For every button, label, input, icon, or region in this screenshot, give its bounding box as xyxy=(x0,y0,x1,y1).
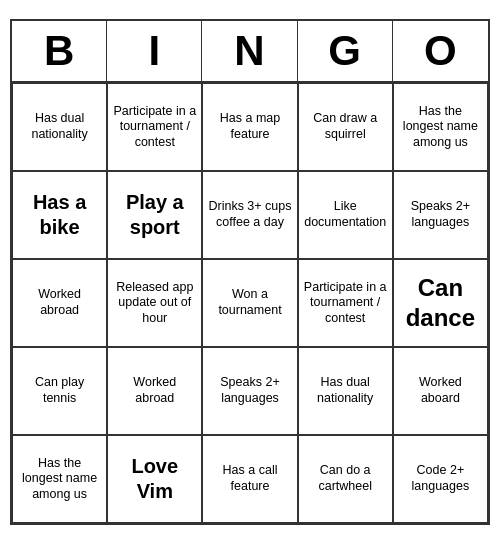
bingo-card: BINGO Has dual nationalityParticipate in… xyxy=(10,19,490,525)
bingo-cell-21[interactable]: Love Vim xyxy=(107,435,202,523)
bingo-cell-3[interactable]: Can draw a squirrel xyxy=(298,83,393,171)
bingo-cell-2[interactable]: Has a map feature xyxy=(202,83,297,171)
bingo-cell-8[interactable]: Like documentation xyxy=(298,171,393,259)
bingo-cell-4[interactable]: Has the longest name among us xyxy=(393,83,488,171)
bingo-letter-b: B xyxy=(12,21,107,81)
bingo-letter-n: N xyxy=(202,21,297,81)
bingo-cell-12[interactable]: Won a tournament xyxy=(202,259,297,347)
bingo-cell-5[interactable]: Has a bike xyxy=(12,171,107,259)
bingo-cell-22[interactable]: Has a call feature xyxy=(202,435,297,523)
bingo-cell-0[interactable]: Has dual nationality xyxy=(12,83,107,171)
bingo-cell-23[interactable]: Can do a cartwheel xyxy=(298,435,393,523)
bingo-cell-11[interactable]: Released app update out of hour xyxy=(107,259,202,347)
bingo-cell-16[interactable]: Worked abroad xyxy=(107,347,202,435)
bingo-cell-9[interactable]: Speaks 2+ languages xyxy=(393,171,488,259)
bingo-cell-1[interactable]: Participate in a tournament / contest xyxy=(107,83,202,171)
bingo-cell-15[interactable]: Can play tennis xyxy=(12,347,107,435)
bingo-letter-o: O xyxy=(393,21,488,81)
bingo-letter-i: I xyxy=(107,21,202,81)
bingo-header: BINGO xyxy=(12,21,488,83)
bingo-cell-6[interactable]: Play a sport xyxy=(107,171,202,259)
bingo-cell-17[interactable]: Speaks 2+ languages xyxy=(202,347,297,435)
bingo-cell-7[interactable]: Drinks 3+ cups coffee a day xyxy=(202,171,297,259)
bingo-cell-24[interactable]: Code 2+ languages xyxy=(393,435,488,523)
bingo-cell-10[interactable]: Worked abroad xyxy=(12,259,107,347)
bingo-cell-19[interactable]: Worked aboard xyxy=(393,347,488,435)
bingo-letter-g: G xyxy=(298,21,393,81)
bingo-cell-18[interactable]: Has dual nationality xyxy=(298,347,393,435)
bingo-cell-14[interactable]: Can dance xyxy=(393,259,488,347)
bingo-cell-20[interactable]: Has the longest name among us xyxy=(12,435,107,523)
bingo-cell-13[interactable]: Participate in a tournament / contest xyxy=(298,259,393,347)
bingo-grid: Has dual nationalityParticipate in a tou… xyxy=(12,83,488,523)
